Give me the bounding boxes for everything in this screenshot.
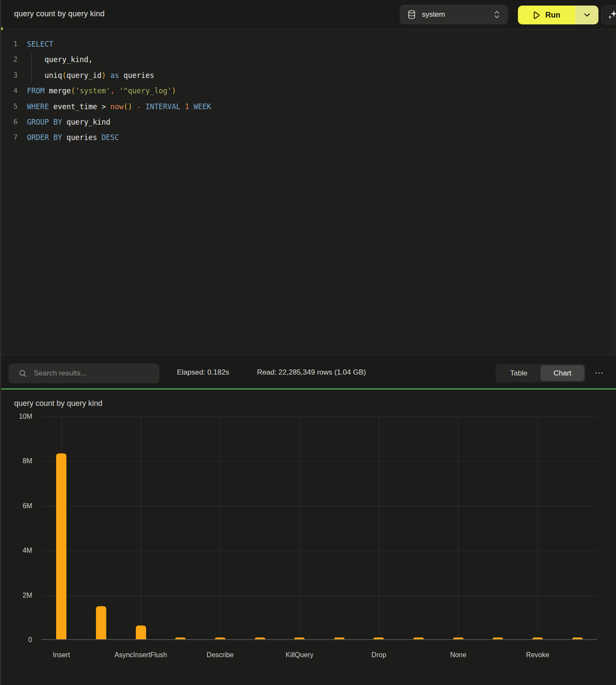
more-options-button[interactable]: ⋯ (592, 366, 607, 379)
x-axis-label-drop: Drop (371, 651, 386, 659)
bar-drop[interactable] (374, 637, 384, 639)
h-gridline (42, 461, 597, 462)
line-number: 4 (0, 83, 18, 98)
code-text: ORDER BY queries DESC (27, 130, 119, 145)
view-toggle: TableChart (496, 364, 586, 382)
chevron-updown-icon (493, 10, 500, 19)
line-number: 3 (0, 68, 18, 83)
editor-scrollbar[interactable] (611, 30, 616, 355)
x-axis-label-describe: Describe (206, 651, 233, 659)
code-text: GROUP BY query_kind (27, 114, 111, 130)
query-title: query count by query kind (14, 9, 105, 18)
bar-unlabeled-11[interactable] (493, 637, 503, 639)
h-gridline (42, 596, 597, 596)
y-axis-tick-label: 0 (0, 636, 32, 644)
database-selector[interactable]: system (400, 5, 508, 24)
line-number: 6 (0, 114, 18, 130)
chart-panel: query count by query kind 10M8M6M4M2M0In… (0, 390, 616, 685)
sparkles-icon (607, 9, 616, 21)
bar-revoke[interactable] (532, 637, 543, 639)
v-gridline (538, 417, 538, 639)
sql-code: 1SELECT2 query_kind,3 uniq(query_id) as … (0, 36, 616, 146)
bar-killquery[interactable] (294, 637, 305, 639)
results-toolbar: Elapsed: 0.182s Read: 22,285,349 rows (1… (0, 355, 616, 388)
bar-describe[interactable] (215, 637, 225, 639)
x-axis-label-killquery: KillQuery (286, 651, 314, 659)
search-icon (19, 369, 27, 378)
y-axis-tick-label: 2M (0, 591, 32, 600)
code-line-5[interactable]: 5WHERE event_time > now() - INTERVAL 1 W… (0, 99, 616, 114)
x-axis-label-revoke: Revoke (526, 651, 549, 659)
run-options-button[interactable] (575, 6, 598, 24)
code-line-6[interactable]: 6GROUP BY query_kind (0, 114, 616, 130)
line-number: 1 (0, 36, 18, 52)
window-edge (0, 0, 1, 685)
h-gridline (42, 417, 597, 417)
h-gridline (42, 506, 597, 506)
line-number: 5 (0, 99, 18, 114)
query-toolbar: query count by query kind system Run (0, 0, 616, 30)
x-axis-label-none: None (450, 651, 466, 659)
x-axis-label-asyncinsertflush: AsyncInsertFlush (114, 651, 167, 659)
line-number: 7 (0, 130, 18, 145)
y-axis-tick-label: 6M (0, 502, 32, 510)
x-axis-label-insert: Insert (53, 651, 70, 659)
code-line-7[interactable]: 7ORDER BY queries DESC (0, 130, 616, 145)
elapsed-stat: Elapsed: 0.182s (177, 368, 229, 377)
run-button-label: Run (545, 11, 560, 20)
bar-chart: 10M8M6M4M2M0InsertAsyncInsertFlushDescri… (0, 417, 616, 673)
chart-plot-area (42, 417, 597, 640)
y-axis-tick-label: 10M (0, 412, 32, 421)
run-button-group: Run (518, 6, 598, 24)
bar-unlabeled-7[interactable] (334, 637, 344, 639)
sql-console: query count by query kind system Run (0, 0, 616, 685)
y-axis-tick-label: 4M (0, 546, 32, 555)
bar-unlabeled-9[interactable] (413, 637, 424, 639)
chevron-down-icon (584, 13, 590, 17)
v-gridline (379, 417, 379, 639)
search-input[interactable] (34, 369, 153, 378)
v-gridline (141, 417, 141, 639)
v-gridline (220, 417, 220, 639)
bar-asyncinsertflush[interactable] (136, 625, 146, 639)
code-line-1[interactable]: 1SELECT (0, 36, 616, 52)
code-line-3[interactable]: 3 uniq(query_id) as queries (0, 68, 616, 83)
code-text: FROM merge('system', '^query_log') (27, 83, 176, 98)
code-line-2[interactable]: 2 query_kind, (0, 52, 616, 67)
bar-unlabeled-3[interactable] (175, 637, 185, 639)
code-text: SELECT (27, 36, 53, 52)
h-gridline (42, 551, 597, 551)
ai-assist-button[interactable] (601, 6, 616, 24)
bar-unlabeled-13[interactable] (572, 637, 583, 639)
view-toggle-chart[interactable]: Chart (541, 365, 584, 381)
bar-insert[interactable] (56, 453, 66, 639)
database-icon (407, 10, 416, 19)
bar-none[interactable] (453, 637, 463, 639)
code-text: query_kind, (27, 52, 93, 67)
y-axis-tick-label: 8M (0, 457, 32, 465)
bar-unlabeled-5[interactable] (255, 637, 265, 639)
bar-unlabeled-1[interactable] (96, 606, 106, 639)
search-results-box[interactable] (9, 363, 159, 383)
run-button[interactable]: Run (518, 6, 575, 24)
view-toggle-table[interactable]: Table (497, 365, 541, 381)
chart-title: query count by query kind (14, 399, 102, 408)
code-line-4[interactable]: 4FROM merge('system', '^query_log') (0, 83, 616, 98)
play-icon (533, 11, 540, 19)
read-stat: Read: 22,285,349 rows (1.04 GB) (257, 368, 366, 377)
code-text: uniq(query_id) as queries (27, 68, 154, 83)
line-number: 2 (0, 52, 18, 67)
sql-editor[interactable]: 1SELECT2 query_kind,3 uniq(query_id) as … (0, 30, 616, 355)
v-gridline (458, 417, 458, 639)
database-selector-value: system (422, 10, 487, 19)
code-text: WHERE event_time > now() - INTERVAL 1 WE… (27, 99, 211, 114)
v-gridline (299, 417, 300, 639)
